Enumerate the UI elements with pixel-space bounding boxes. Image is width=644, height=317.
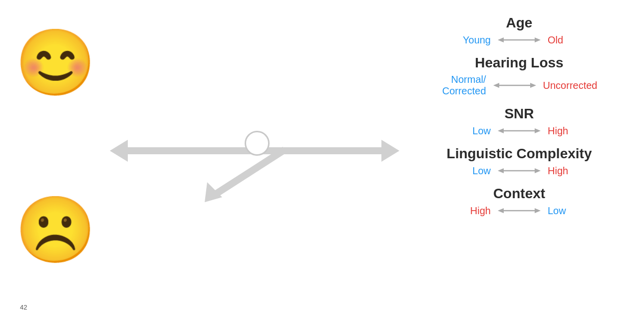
factor-context: Context High Low — [419, 186, 619, 217]
svg-marker-13 — [535, 168, 541, 173]
factor-snr-right-label: High — [548, 125, 593, 137]
factor-linguistic-complexity: Linguistic Complexity Low High — [419, 146, 619, 177]
happy-face-emoji: 😊 — [15, 30, 96, 95]
svg-marker-15 — [498, 208, 504, 213]
svg-marker-4 — [535, 37, 541, 42]
factor-age-scale: Young Old — [419, 34, 619, 46]
factor-linguistic-complexity-title: Linguistic Complexity — [419, 146, 619, 162]
svg-marker-6 — [493, 83, 499, 88]
arrow-diagram — [110, 120, 409, 200]
factor-hearing-loss: Hearing Loss Normal/ Corrected Uncorrect… — [419, 55, 619, 97]
factor-linguistic-complexity-right-label: High — [548, 165, 593, 177]
factor-age-right-label: Old — [548, 34, 593, 46]
factor-age-left-label: Young — [446, 34, 491, 46]
svg-marker-16 — [535, 208, 541, 213]
factor-snr-scale: Low High — [419, 125, 619, 137]
right-panel: Age Young Old Hearing Loss Normal/ Corre… — [419, 15, 619, 226]
svg-marker-12 — [498, 168, 504, 173]
factor-context-scale: High Low — [419, 205, 619, 217]
sad-face-emoji: ☹️ — [15, 197, 96, 262]
svg-marker-9 — [498, 128, 504, 133]
factor-context-right-label: Low — [548, 205, 593, 217]
factor-hearing-loss-title: Hearing Loss — [419, 55, 619, 71]
factor-context-left-label: High — [446, 205, 491, 217]
svg-marker-7 — [530, 83, 536, 88]
factor-snr-left-label: Low — [446, 125, 491, 137]
factor-hearing-loss-right-label: Uncorrected — [543, 80, 598, 91]
svg-marker-3 — [498, 37, 504, 42]
factor-age: Age Young Old — [419, 15, 619, 46]
factor-hearing-loss-left-label: Normal/ Corrected — [441, 74, 486, 97]
factor-snr: SNR Low High — [419, 106, 619, 137]
factor-context-arrow — [497, 205, 542, 217]
center-circle — [245, 131, 270, 156]
factor-linguistic-complexity-arrow — [497, 165, 542, 177]
arrow-right-head — [381, 140, 399, 162]
factor-linguistic-complexity-scale: Low High — [419, 165, 619, 177]
svg-marker-10 — [535, 128, 541, 133]
factor-age-title: Age — [419, 15, 619, 31]
factor-age-arrow — [497, 34, 542, 46]
factor-linguistic-complexity-left-label: Low — [446, 165, 491, 177]
factor-hearing-loss-scale: Normal/ Corrected Uncorrected — [419, 74, 619, 97]
svg-line-0 — [215, 150, 285, 195]
page-number: 42 — [20, 304, 27, 311]
factor-snr-title: SNR — [419, 106, 619, 122]
factor-snr-arrow — [497, 125, 542, 137]
factor-hearing-loss-arrow — [492, 79, 537, 91]
diagonal-arrow — [200, 145, 300, 205]
arrow-left-head — [110, 140, 128, 162]
factor-context-title: Context — [419, 186, 619, 202]
